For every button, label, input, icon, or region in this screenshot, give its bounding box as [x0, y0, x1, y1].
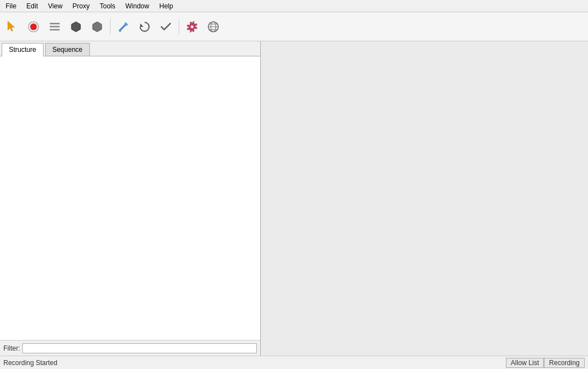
filter-label: Filter:	[3, 344, 20, 352]
tab-bar: Structure Sequence	[0, 41, 260, 56]
refresh-button[interactable]	[135, 17, 155, 37]
tab-structure[interactable]: Structure	[2, 43, 44, 56]
menu-view[interactable]: View	[45, 1, 66, 11]
left-panel: Structure Sequence Filter:	[0, 41, 261, 356]
globe-button[interactable]	[203, 17, 223, 37]
menu-file[interactable]: File	[2, 1, 20, 11]
check-button[interactable]	[156, 17, 176, 37]
filter-input[interactable]	[22, 343, 257, 353]
menu-help[interactable]: Help	[156, 1, 176, 11]
hex-button[interactable]	[66, 17, 86, 37]
allow-list-button[interactable]: Allow List	[506, 358, 544, 368]
menu-window[interactable]: Window	[122, 1, 153, 11]
settings-button[interactable]	[182, 17, 202, 37]
toolbar	[0, 12, 588, 41]
svg-rect-5	[50, 29, 60, 31]
svg-marker-0	[8, 21, 15, 31]
menu-tools[interactable]: Tools	[97, 1, 119, 11]
filter-bar: Filter:	[0, 340, 260, 356]
svg-point-10	[191, 25, 194, 28]
stream-button[interactable]	[45, 17, 65, 37]
svg-rect-4	[50, 26, 60, 27]
record-button[interactable]	[23, 17, 44, 37]
panel-content	[0, 56, 260, 340]
recording-button[interactable]: Recording	[544, 358, 585, 368]
svg-marker-6	[71, 22, 80, 32]
menu-proxy[interactable]: Proxy	[69, 1, 93, 11]
svg-point-2	[30, 23, 37, 30]
toolbar-separator-1	[110, 19, 111, 35]
status-bar: Recording Started Allow List Recording	[0, 356, 588, 369]
toolbar-separator-2	[179, 19, 179, 35]
svg-marker-7	[93, 22, 102, 32]
status-buttons: Allow List Recording	[506, 358, 585, 368]
hex2-button[interactable]	[87, 17, 107, 37]
tab-sequence[interactable]: Sequence	[45, 43, 90, 56]
status-text: Recording Started	[3, 359, 58, 367]
main-content: Structure Sequence Filter:	[0, 41, 588, 356]
pen-button[interactable]	[113, 17, 133, 37]
menu-bar: File Edit View Proxy Tools Window Help	[0, 0, 588, 12]
arrow-tool-button[interactable]	[2, 17, 22, 37]
right-panel	[261, 41, 588, 356]
svg-rect-3	[50, 23, 60, 25]
svg-marker-9	[140, 23, 144, 27]
menu-edit[interactable]: Edit	[23, 1, 41, 11]
